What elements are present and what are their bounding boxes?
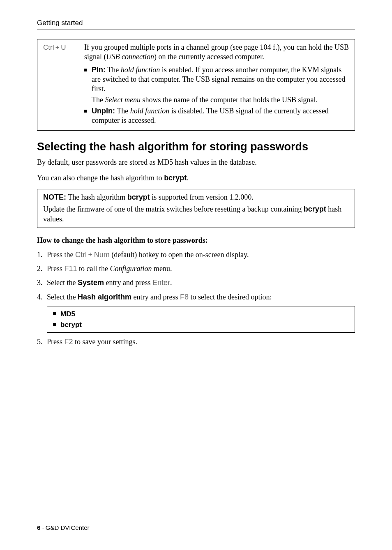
- note-box: NOTE: The hash algorithm bcrypt is suppo…: [37, 189, 355, 228]
- text: (default) hotkey to open the on-screen d…: [110, 251, 249, 259]
- page-footer: 6 · G&D DVICenter: [37, 524, 90, 531]
- text: Press: [47, 265, 65, 273]
- text: to save your settings.: [73, 338, 137, 346]
- text: ) on the currently accessed computer.: [154, 53, 264, 61]
- pin-bullet: Pin: The hold function is enabled. If yo…: [84, 65, 349, 105]
- bcrypt-term: bcrypt: [304, 205, 326, 213]
- hotkey-label: Ctrl + U: [43, 43, 84, 52]
- footer-title: G&D DVICenter: [46, 524, 90, 531]
- text: The: [106, 66, 121, 74]
- option-bcrypt: bcrypt: [53, 320, 349, 330]
- hotkey-box: Ctrl + U If you grouped multiple ports i…: [37, 39, 355, 131]
- step-1: Press the Ctrl + Num (default) hotkey to…: [37, 250, 355, 260]
- text: to select the desired option:: [189, 293, 272, 301]
- text: .: [170, 278, 172, 287]
- body-para-1: By default, user passwords are stored as…: [37, 157, 355, 167]
- note-label: NOTE:: [43, 193, 66, 201]
- text: Update the firmware of one of the matrix…: [43, 205, 304, 213]
- text: Select the: [47, 293, 78, 301]
- hotkey-intro: If you grouped multiple ports in a chann…: [84, 43, 349, 62]
- key-enter: Enter: [152, 278, 170, 287]
- text: is supported from version 1.2.000.: [150, 193, 254, 201]
- step-2: Press F11 to call the Configuration menu…: [37, 264, 355, 274]
- italic: hold function: [121, 66, 160, 74]
- step-4: Select the Hash algorithm entry and pres…: [37, 292, 355, 302]
- text: You can also change the hash algorithm t…: [37, 174, 164, 182]
- bcrypt-term: bcrypt: [127, 193, 150, 201]
- text: entry and press: [104, 278, 152, 287]
- step-3: Select the System entry and press Enter.: [37, 278, 355, 288]
- key-f11: F11: [65, 265, 77, 273]
- body-para-2: You can also change the hash algorithm t…: [37, 173, 355, 183]
- key-ctrl-num: Ctrl + Num: [75, 251, 110, 259]
- pin-label: Pin:: [92, 66, 106, 74]
- italic: USB connection: [106, 53, 154, 61]
- text: shows the name of the computer that hold…: [141, 96, 318, 104]
- text: .: [187, 174, 189, 182]
- options-box: MD5 bcrypt: [47, 306, 355, 333]
- text: The: [115, 107, 130, 115]
- text: menu.: [152, 265, 172, 273]
- step-5: Press F2 to save your settings.: [37, 337, 355, 347]
- option-md5: MD5: [53, 309, 349, 320]
- italic: Configuration: [110, 265, 152, 273]
- procedure-heading: How to change the hash algorithm to stor…: [37, 236, 355, 245]
- italic: hold function: [130, 107, 170, 115]
- text: Press: [47, 338, 65, 346]
- bcrypt-term: bcrypt: [164, 174, 187, 182]
- pin-sub: The Select menu shows the name of the co…: [92, 95, 349, 105]
- text: Select the: [47, 278, 78, 287]
- unpin-label: Unpin:: [92, 107, 115, 115]
- text: entry and press: [131, 293, 180, 301]
- text: Press the: [47, 251, 75, 259]
- text: to call the: [77, 265, 110, 273]
- text: The: [92, 96, 105, 104]
- hash-algorithm-entry: Hash algorithm: [78, 293, 131, 301]
- text: The hash algorithm: [66, 193, 127, 201]
- system-entry: System: [78, 278, 104, 287]
- key-f2: F2: [65, 338, 73, 346]
- unpin-bullet: Unpin: The hold function is disabled. Th…: [84, 106, 349, 125]
- key-f8: F8: [180, 293, 189, 301]
- footer-sep: ·: [40, 524, 46, 531]
- running-head: Getting started: [37, 19, 355, 30]
- italic: Select menu: [105, 96, 140, 104]
- section-heading: Selecting the hash algorithm for storing…: [37, 140, 355, 153]
